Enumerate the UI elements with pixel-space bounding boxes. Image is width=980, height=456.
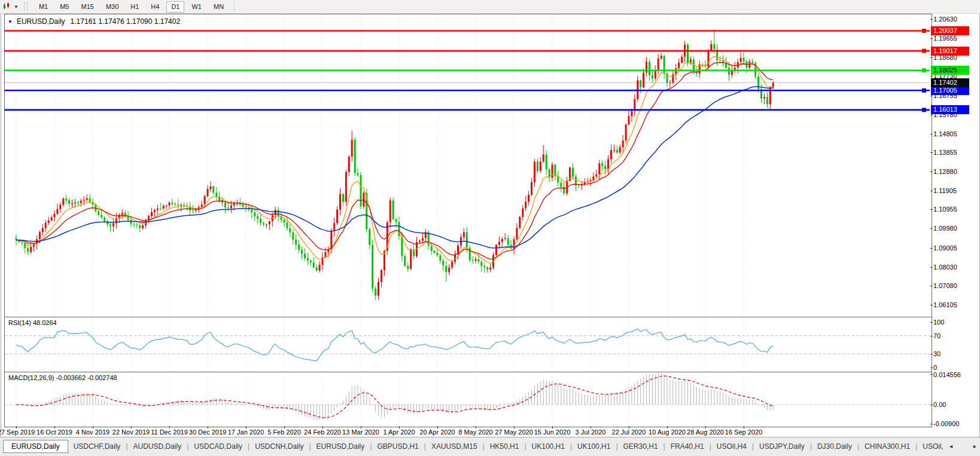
timeframe-button-d1[interactable]: D1 xyxy=(166,1,184,13)
macd-canvas[interactable] xyxy=(5,372,930,425)
chart-tab-eurusd-daily[interactable]: EURUSD,Daily xyxy=(311,441,370,452)
chart-tab-usdcnh-daily[interactable]: USDCNH,Daily xyxy=(249,441,309,452)
price-level-handle[interactable] xyxy=(922,108,926,112)
chart-symbol-period: EURUSD,Daily xyxy=(17,17,65,26)
chart-tab-audusd-daily[interactable]: AUDUSD,Daily xyxy=(128,441,187,452)
chart-tab-fra40-h1[interactable]: FRA40,H1 xyxy=(665,441,710,452)
price-chart-canvas[interactable] xyxy=(5,14,930,316)
moving-average-line xyxy=(16,63,773,259)
top-toolbar: ▼ M1M5M15M30H1H4D1W1MN xyxy=(0,0,980,14)
price-level-handle[interactable] xyxy=(922,68,926,72)
timeframe-button-mn[interactable]: MN xyxy=(209,1,229,13)
price-level-handle[interactable] xyxy=(922,88,926,93)
rsi-indicator-label: RSI(14) 48.0264 xyxy=(8,319,57,326)
timeframe-button-m30[interactable]: M30 xyxy=(101,1,123,13)
chart-tab-xauusd-m15[interactable]: XAUUSD,M15 xyxy=(426,441,483,452)
chart-tab-eurusd-daily[interactable]: EURUSD,Daily xyxy=(3,440,68,453)
chart-tab-uk100-h1[interactable]: UK100,H1 xyxy=(526,441,570,452)
rsi-line xyxy=(16,329,773,361)
candlestick-chart-icon[interactable] xyxy=(2,2,13,11)
chart-ohlc-readout: 1.17161 1.17476 1.17090 1.17402 xyxy=(71,17,181,26)
timeframe-button-m15[interactable]: M15 xyxy=(76,1,98,13)
chart-tab-uk100-h1[interactable]: UK100,H1 xyxy=(572,441,616,452)
chart-tab-gbpusd-h1[interactable]: GBPUSD,H1 xyxy=(372,441,424,452)
toolbar-separator xyxy=(234,2,235,11)
timeframe-button-m1[interactable]: M1 xyxy=(34,1,53,13)
timeframe-button-m5[interactable]: M5 xyxy=(55,1,74,13)
tab-scroll-right-icon[interactable]: ► xyxy=(972,443,978,449)
chart-tab-usoil-h[interactable]: USOil,H xyxy=(917,441,944,452)
chart-tab-usdcad-daily[interactable]: USDCAD,Daily xyxy=(188,441,248,452)
chart-tab-china300-h1[interactable]: CHINA300,H1 xyxy=(859,441,915,452)
timeframe-button-w1[interactable]: W1 xyxy=(187,1,206,13)
chart-title: ▼EURUSD,Daily1.17161 1.17476 1.17090 1.1… xyxy=(8,17,180,26)
price-level-handle[interactable] xyxy=(922,49,926,53)
tab-scroll-left-icon[interactable]: ◄ xyxy=(948,443,954,449)
moving-average-line xyxy=(16,56,773,264)
timeframe-buttons: M1M5M15M30H1H4D1W1MN xyxy=(33,1,230,13)
macd-signal-line xyxy=(16,376,773,418)
rsi-canvas[interactable] xyxy=(5,317,930,371)
price-level-handle[interactable] xyxy=(922,29,926,33)
chart-tab-usdchf-daily[interactable]: USDCHF,Daily xyxy=(68,441,126,452)
toolbar-grip[interactable] xyxy=(24,2,28,11)
chart-tabs: EURUSD,DailyUSDCHF,Daily|AUDUSD,Daily|US… xyxy=(3,439,944,454)
chart-type-dropdown-icon[interactable]: ▼ xyxy=(14,4,19,10)
chart-tab-usoil-h4[interactable]: USOil,H4 xyxy=(711,441,752,452)
chart-tab-ger30-h1[interactable]: GER30,H1 xyxy=(618,441,664,452)
macd-indicator-label: MACD(12,26,9) -0.003662 -0.002748 xyxy=(8,374,117,381)
chart-tab-usdjpy-daily[interactable]: USDJPY,Daily xyxy=(754,441,810,452)
chart-tab-bar: EURUSD,DailyUSDCHF,Daily|AUDUSD,Daily|US… xyxy=(0,437,980,456)
moving-average-line xyxy=(16,87,773,248)
chart-tab-hk50-h1[interactable]: HK50,H1 xyxy=(485,441,525,452)
collapse-triangle-icon[interactable]: ▼ xyxy=(8,19,13,25)
timeframe-button-h4[interactable]: H4 xyxy=(146,1,164,13)
timeframe-button-h1[interactable]: H1 xyxy=(126,1,144,13)
chart-tab-dj30-daily[interactable]: DJ30,Daily xyxy=(812,441,857,452)
